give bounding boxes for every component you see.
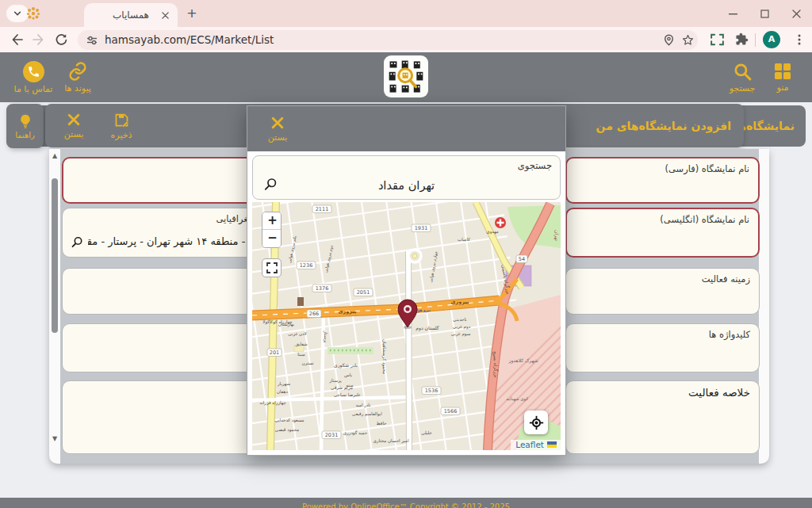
leaflet-link[interactable]: Leaflet [515,440,544,449]
contact-us-button[interactable]: تماس با ما [11,61,56,94]
field-left-4[interactable] [62,323,263,372]
extensions-puzzle-icon[interactable] [735,32,749,46]
tab-close-icon[interactable] [159,10,170,21]
bookmark-star-icon[interactable] [682,34,694,46]
browser-navbar: hamsayab.com/ECS/Market/List A [0,27,812,52]
back-button[interactable] [10,32,24,47]
ukraine-flag-icon [547,441,557,448]
map-search-field[interactable]: جستجوی تهران مقداد [252,155,561,200]
active-tab[interactable]: همسایاب [84,3,178,27]
search-icon [733,62,753,82]
add-panel-title: افزودن نمایشگاه‌های من [596,120,731,132]
modal-search-icon[interactable] [263,178,278,192]
map-street-label: پرستار [328,378,342,384]
map-street-label: چهارراه فرزانه [259,400,285,406]
leaflet-map[interactable]: 2111 1931 1236 1376 2051 266 201 2031 15… [252,202,561,450]
footer-text: Powered by OnlineOffice™ Copyright © 201… [302,502,510,508]
maximize-button[interactable] [749,0,780,27]
badge: 2031 [325,432,339,438]
tab-search-button[interactable] [6,5,29,22]
scroll-up-arrow[interactable]: ▲ [49,152,60,159]
profile-avatar[interactable]: A [763,31,780,48]
minimize-button[interactable] [717,0,749,27]
badge: 1236 [300,262,313,269]
help-button[interactable]: راهنما [6,104,44,148]
map-street-label: تهران [553,230,560,241]
chevron-down-icon [13,9,22,18]
map-modal: بستن جستجوی تهران مقداد [247,105,566,456]
map-street-label: نادر امید [355,403,371,408]
map-fullscreen-button[interactable] [262,258,282,277]
zoom-out-button[interactable]: − [262,230,282,247]
map-locate-button[interactable] [524,411,548,434]
toolbar-divider [755,33,756,47]
url-text[interactable]: hamsayab.com/ECS/Market/List [105,33,274,46]
map-search-value: تهران مقداد [253,179,560,192]
map-street-label: امیر احسان مختاری [373,438,408,444]
map-street-label: شهرک کلاهدوز [508,357,538,364]
geo-search-icon[interactable] [71,236,83,249]
badge: 1536 [425,388,439,394]
field-left-required[interactable] [62,157,263,204]
map-street-label: ابوالقاسم رفیعی [352,411,382,417]
field-name-english[interactable]: نام نمایشگاه (انگلیسی) [565,208,760,258]
browser-menu-kebab-icon[interactable] [793,33,806,46]
map-street-label: مسعود کدخدایی [275,418,304,423]
links-button[interactable]: پیوند ها [56,61,100,94]
fullscreen-corners-icon [266,262,278,273]
map-street-label: دوم غربی [453,324,471,330]
map-street-label: محمود کریمشاهیان [381,339,387,374]
scrollbar-thumb[interactable] [52,178,58,333]
map-street-label: شقایق [295,342,308,347]
close-icon [66,112,82,128]
pinned-tab-favicon[interactable] [26,6,40,21]
menu-button[interactable]: منو [764,62,801,93]
field-activity-summary[interactable]: خلاصه فعالیت [565,380,760,454]
map-street-label: ناجدینی [453,317,467,322]
location-pin-icon[interactable] [663,34,675,46]
field-left-3[interactable] [62,268,263,315]
map-canvas[interactable]: 2111 1931 1236 1376 2051 266 201 2031 15… [252,202,561,450]
site-logo[interactable] [384,55,428,97]
tab-title: همسایاب [113,10,149,21]
modal-header: بستن [247,106,565,151]
search-button[interactable]: جستجو [720,62,764,94]
link-icon [67,61,88,82]
new-tab-button[interactable]: + [184,6,200,21]
left-scrollbar[interactable]: ▲ ▼ [49,149,60,464]
grid-menu-icon [773,62,792,81]
field-name-farsi[interactable]: نام نمایشگاه (فارسی) [565,157,760,204]
field-activity-area[interactable]: زمینه فعالیت [565,268,760,315]
map-street-label: پرستار [323,330,328,343]
badge: 1376 [316,285,329,292]
right-scrollbar[interactable] [759,149,769,464]
site-settings-icon[interactable] [86,35,98,46]
reload-button[interactable] [54,32,68,47]
field-left-5[interactable] [62,380,263,454]
map-street-label: خلیلی [421,430,431,435]
map-street-label: کامیاب [458,237,470,242]
close-window-button[interactable] [780,0,812,27]
map-street-label: یاس [344,372,352,378]
fullscreen-capture-icon[interactable] [710,33,724,46]
browser-titlebar: همسایاب + [0,0,812,27]
geo-value: ن - منطقه ۱۴ شهر تهران - پرستار - مقداد [88,235,256,247]
panel-close-button[interactable]: بستن [58,112,90,139]
map-street-label: سوم غربی [451,331,471,337]
scroll-down-arrow[interactable]: ▼ [49,435,60,442]
footer-bar: Powered by OnlineOffice™ Copyright © 201… [0,498,812,508]
forward-button[interactable] [32,32,46,47]
phone-icon [23,61,44,82]
map-street-label: پیروزی [339,308,357,315]
modal-close-button[interactable]: بستن [262,115,293,143]
field-keywords[interactable]: کلیدواژه ها [565,323,760,372]
zoom-in-button[interactable]: + [262,212,282,230]
help-label: راهنما [15,131,35,139]
map-attribution: Leaflet [511,440,561,450]
address-bar[interactable]: hamsayab.com/ECS/Market/List [78,30,698,50]
field-geographic-location[interactable]: جغرافیایی ن - منطقه ۱۴ شهر تهران - پرستا… [62,208,263,258]
panel-save-button[interactable]: ذخیره [104,112,139,140]
map-zoom-control: + − [262,212,282,248]
map-street-label: محمود قیصی [275,427,299,433]
map-street-label: پیروزی [451,299,469,305]
